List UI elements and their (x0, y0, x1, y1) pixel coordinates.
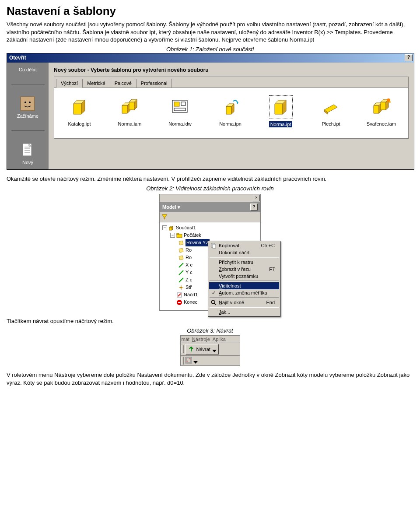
tree-label: Y c (186, 269, 192, 276)
sidebar-label: Nový (22, 160, 33, 165)
svg-point-2 (24, 102, 26, 103)
sidebar-separator (11, 130, 45, 131)
collapse-icon[interactable]: − (170, 233, 175, 238)
caption-2: Obrázek 2: Viditelnost základních pracov… (7, 185, 413, 193)
svg-line-51 (179, 278, 183, 282)
menu-autom-meritka[interactable]: ✓ Autom. změna měřítka (209, 289, 279, 296)
menu-kopirovat[interactable]: Kopírovat Ctrl+C (209, 242, 279, 249)
help-button[interactable]: ? (405, 54, 413, 61)
menu-zobrazit-rez[interactable]: Zobrazit v řezu F7 (209, 266, 279, 273)
tree-label: Konec (184, 298, 197, 306)
tree-label: Z c (186, 276, 192, 284)
funnel-icon[interactable] (161, 215, 168, 221)
template-norma-iam[interactable]: Norma.iam (111, 97, 148, 127)
template-svarenec-iam[interactable]: Svařenec.iam (363, 97, 400, 127)
template-plech-ipt[interactable]: Plech.ipt (312, 97, 350, 127)
tab-metricke[interactable]: Metrické (82, 79, 110, 88)
tree-root[interactable]: − Součást1 (161, 224, 259, 232)
filter-toolbar (160, 212, 260, 222)
menu-separator (210, 281, 279, 281)
svg-marker-32 (374, 105, 379, 113)
plane-icon (178, 255, 184, 261)
help-button[interactable]: ? (250, 204, 258, 211)
svg-marker-62 (212, 350, 217, 352)
sidebar-co-delat[interactable]: Co dělat (19, 67, 37, 72)
tab-palcove[interactable]: Palcové (110, 79, 136, 88)
toolbar-navrat: mát Nástroje Aplika Návrat (180, 335, 240, 366)
collapse-icon[interactable]: − (162, 225, 167, 230)
tree-label: Stř (186, 284, 192, 291)
svg-point-66 (189, 358, 190, 359)
svg-marker-47 (179, 248, 183, 253)
model-browser-panel: × Model ▾ ? − Součást1 − Počátek (159, 194, 261, 311)
svg-point-60 (211, 300, 215, 304)
menu-jak[interactable]: Jak... (209, 309, 279, 316)
navrat-button[interactable]: Návrat (186, 344, 219, 355)
weldment-icon (371, 97, 392, 118)
svg-point-3 (29, 102, 31, 103)
menu-poznamka[interactable]: Vytvořit poznámku (209, 273, 279, 280)
svg-rect-20 (174, 102, 179, 106)
context-menu: Kopírovat Ctrl+C Dokončit náčrt Přichyti… (208, 241, 280, 317)
plane-icon (178, 240, 184, 246)
svg-rect-45 (177, 233, 179, 235)
template-norma-idw[interactable]: Norma.idw (161, 97, 199, 127)
template-label: Plech.ipt (322, 121, 340, 126)
menu-dokoncit[interactable]: Dokončit náčrt (209, 249, 279, 256)
menu-nastroje[interactable]: Nástroje (192, 337, 210, 342)
paragraph-4: V roletovém menu Nástroje vybereme dole … (7, 371, 413, 386)
tree-label: Rovina YZ (186, 239, 210, 246)
sidebar-novy[interactable]: Nový (21, 143, 35, 165)
part-cube-icon (69, 97, 90, 118)
tab-professional[interactable]: Professional (136, 79, 172, 88)
menu-separator (210, 307, 279, 308)
svg-marker-27 (275, 104, 283, 114)
sidebar-label: Co dělat (19, 67, 37, 72)
dropdown-icon[interactable] (193, 359, 198, 362)
axis-icon (178, 277, 184, 283)
menu-viditelnost[interactable]: Viditelnost (209, 282, 279, 289)
tree-label: Ro (186, 246, 192, 254)
svg-marker-40 (162, 214, 167, 219)
caption-1: Obrázek 1: Založení nové součásti (7, 46, 413, 53)
svg-marker-41 (169, 227, 172, 230)
menu-prichytit[interactable]: Přichytit k rastru (209, 259, 279, 266)
titlebar: Otevřít ? (7, 53, 414, 63)
svg-rect-57 (178, 302, 181, 303)
sketch-icon[interactable] (185, 357, 192, 365)
menu-label-tail: opírovat (222, 243, 239, 248)
template-norma-ipt[interactable]: Norma.ipt (262, 97, 299, 127)
menu-label: Dokončit náčrt (219, 250, 249, 255)
svg-marker-46 (179, 241, 183, 245)
template-label: Svařenec.iam (367, 121, 396, 126)
template-norma-ipn[interactable]: Norma.ipn (212, 97, 249, 127)
tree-pocatek[interactable]: − Počátek (161, 232, 259, 239)
svg-marker-13 (122, 105, 127, 113)
template-katalog-ipt[interactable]: Katalog.ipt (61, 97, 98, 127)
shortcut: End (266, 300, 275, 305)
dialog-title: Otevřít (9, 55, 26, 61)
model-header[interactable]: Model ▾ ? (160, 202, 260, 212)
menu-bar: mát Nástroje Aplika (181, 336, 240, 343)
grip-icon (182, 345, 184, 353)
menu-najit[interactable]: Najít v okně End (209, 299, 279, 306)
menu-aplika[interactable]: Aplika (213, 337, 226, 342)
menu-mat[interactable]: mát (182, 337, 189, 342)
shortcut: F7 (269, 267, 275, 272)
sheet-metal-icon (321, 97, 342, 118)
svg-point-39 (389, 101, 391, 103)
tab-vychozi[interactable]: Výchozí (56, 79, 83, 88)
template-label: Norma.iam (118, 121, 142, 126)
tree-label: Ro (186, 254, 192, 261)
svg-rect-1 (21, 97, 34, 110)
point-icon (178, 284, 184, 291)
template-label: Norma.ipt (269, 121, 293, 127)
tab-bar: Výchozí Metrické Palcové Professional (54, 77, 408, 88)
dialog-sidebar: Co dělat Začínáme Nový (7, 63, 49, 169)
paragraph-1: Všechny nové soubory součásti jsou vytvo… (7, 21, 413, 44)
close-button[interactable]: × (253, 195, 260, 201)
part-icon (168, 225, 175, 231)
sidebar-zaciname[interactable]: Začínáme (17, 96, 38, 119)
dropdown-icon[interactable] (212, 348, 217, 351)
plane-icon (178, 247, 184, 253)
